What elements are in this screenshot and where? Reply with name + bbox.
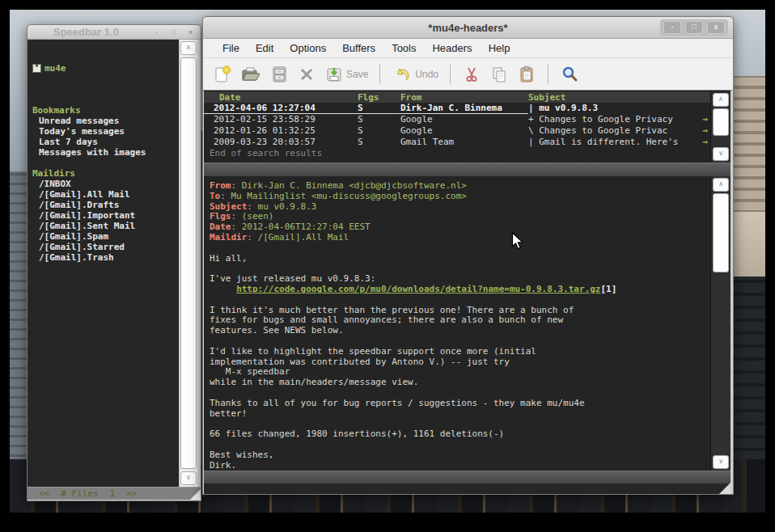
view-scrollbar-thumb[interactable]	[713, 193, 729, 272]
body-line: fixes for bugs and small annoyances; the…	[210, 315, 710, 325]
body-line: 66 files changed, 1980 insertions(+), 11…	[210, 429, 710, 439]
headers-modeline: U:%*-*mu4e-headers*All L1(mu4e-headers B…	[204, 163, 731, 176]
speedbar-item[interactable]: /[Gmail].Starred	[28, 242, 179, 252]
toolbar-separator	[548, 65, 548, 84]
undo-arrow-icon	[392, 65, 413, 84]
speedbar-titlebar[interactable]: Speedbar 1.0 - □ x	[28, 25, 201, 40]
body-line	[210, 418, 710, 429]
cell-flags: S	[358, 103, 400, 114]
window-resize-grip[interactable]	[719, 483, 731, 494]
speedbar-item[interactable]: /[Gmail].Sent Mail	[28, 221, 179, 231]
speedbar-resize-grip[interactable]	[190, 489, 201, 500]
headers-scrollbar-thumb[interactable]	[713, 108, 729, 136]
view-body-lines: Hi all, I've just released mu v0.9.8.3: …	[210, 243, 710, 471]
column-flags: Flgs	[358, 91, 400, 103]
menu-item-help[interactable]: Help	[481, 42, 519, 54]
column-subject: Subject	[528, 91, 710, 103]
view-header-line: Flgs: (seen)	[210, 211, 710, 222]
cell-from: Gmail Team	[400, 137, 528, 148]
speedbar-close-button[interactable]: x	[185, 27, 196, 36]
minimize-button[interactable]: -	[663, 21, 681, 34]
headers-rows: 2012-04-06 12:27:04SDirk-Jan C. Binnema|…	[204, 103, 710, 148]
scroll-down-icon[interactable]: ∨	[180, 471, 197, 485]
view-header-line: Subject: mu v0.9.8.3	[210, 201, 710, 212]
view-scrollbar[interactable]: ∧ ∨	[710, 176, 731, 471]
speedbar-item[interactable]: /[Gmail].Important	[28, 210, 179, 221]
maximize-button[interactable]: □	[685, 21, 703, 34]
search-button[interactable]	[560, 65, 579, 84]
view-header-line: From: Dirk-Jan C. Binnema <djcb@djcbsoft…	[210, 180, 710, 191]
cell-from: Google	[400, 114, 528, 125]
headers-scrollbar[interactable]: ∧ ∨	[710, 91, 731, 163]
speedbar-item[interactable]: /INBOX	[28, 179, 179, 189]
close-button[interactable]: x	[707, 21, 725, 34]
view-header-value: mu v0.9.8.3	[258, 201, 317, 212]
speedbar-item[interactable]: /[Gmail].Trash	[28, 252, 179, 263]
message-row[interactable]: 2012-02-15 23:58:29SGoogle+ Changes to G…	[204, 114, 710, 125]
subject-text: | Gmail is different. Here's	[528, 137, 678, 147]
headers-column-row: Date Flgs From Subject	[204, 91, 710, 103]
speedbar-scrollbar[interactable]: ∧ ∨	[179, 40, 197, 487]
message-row[interactable]: 2012-01-26 01:32:25SGoogle\ Changes to G…	[204, 125, 710, 137]
mouse-cursor	[511, 232, 525, 251]
body-line	[210, 263, 710, 273]
body-link[interactable]: http://code.google.com/p/mu0/downloads/d…	[236, 284, 600, 294]
desktop: Speedbar 1.0 - □ x * mu4e BookmarksUnrea…	[0, 0, 775, 532]
body-line: features. See NEWS below.	[210, 325, 710, 336]
menu-item-buffers[interactable]: Buffers	[334, 42, 383, 54]
cut-button[interactable]	[462, 65, 481, 84]
close-x-icon	[297, 65, 316, 84]
speedbar-item[interactable]: /[Gmail].Drafts	[28, 200, 179, 210]
save-button-label: Save	[346, 69, 368, 80]
paste-button[interactable]	[517, 65, 536, 84]
scroll-up-icon[interactable]: ∧	[180, 41, 197, 55]
speedbar-statusbar: << # Files 1 >>	[28, 487, 201, 500]
scroll-up-icon[interactable]: ∧	[713, 178, 729, 192]
scroll-up-icon[interactable]: ∧	[713, 93, 729, 107]
view-header-label: Subject	[210, 201, 247, 212]
emacs-titlebar[interactable]: *mu4e-headers* - □ x	[203, 17, 733, 39]
speedbar-files-button[interactable]: # Files	[61, 488, 98, 500]
save-button[interactable]: Save	[324, 65, 368, 84]
undo-button[interactable]: Undo	[392, 65, 438, 84]
body-line: Thanks to all of you for bug reports / s…	[210, 398, 710, 408]
speedbar-item[interactable]: Today's messages	[28, 126, 179, 137]
menu-item-tools[interactable]: Tools	[383, 42, 424, 54]
speedbar-item[interactable]: Unread messages	[28, 116, 179, 126]
scissors-icon	[462, 65, 481, 84]
message-row[interactable]: 2012-04-06 12:27:04SDirk-Jan C. Binnema|…	[204, 103, 710, 114]
speedbar-prev-button[interactable]: <<	[39, 488, 49, 500]
subject-text: | mu v0.9.8.3	[528, 103, 638, 114]
speedbar-tree: * mu4e BookmarksUnread messagesToday's m…	[28, 40, 179, 487]
cell-from: Google	[400, 125, 528, 137]
speedbar-item[interactable]: /[Gmail].All Mail	[28, 189, 179, 200]
menu-item-options[interactable]: Options	[282, 42, 334, 54]
view-header-value: (seen)	[242, 211, 274, 222]
close-buffer-button[interactable]	[297, 65, 316, 84]
dired-button[interactable]	[269, 65, 289, 84]
speedbar-item[interactable]: /[Gmail].Spam	[28, 231, 179, 242]
speedbar-scrollbar-thumb[interactable]	[180, 57, 197, 469]
message-row[interactable]: 2009-03-23 20:03:57SGmail Team| Gmail is…	[204, 137, 710, 148]
scroll-down-icon[interactable]: ∨	[713, 147, 729, 161]
speedbar-minimize-button[interactable]: -	[151, 27, 162, 36]
speedbar-next-button[interactable]: >>	[126, 488, 137, 500]
speedbar-root-item[interactable]: * mu4e	[28, 63, 179, 74]
speedbar-item[interactable]: Messages with images	[28, 147, 179, 158]
menu-item-headers[interactable]: Headers	[424, 42, 480, 54]
menu-item-file[interactable]: File	[214, 42, 248, 54]
copy-button[interactable]	[489, 65, 509, 84]
body-line: Dirk.	[210, 460, 710, 471]
speedbar-item[interactable]: Last 7 days	[28, 137, 179, 147]
speedbar-maximize-button[interactable]: □	[168, 27, 179, 36]
column-from: From	[400, 91, 528, 103]
open-file-button[interactable]	[240, 65, 261, 84]
menu-item-edit[interactable]: Edit	[248, 42, 282, 54]
new-file-button[interactable]	[213, 65, 232, 84]
cell-date: 2012-04-06 12:27:04	[204, 103, 358, 114]
expand-icon[interactable]: *	[32, 64, 41, 73]
cell-flags: S	[358, 125, 400, 137]
scroll-down-icon[interactable]: ∨	[713, 455, 729, 469]
view-header-value: Dirk-Jan C. Binnema <djcb@djcbsoftware.n…	[242, 180, 467, 191]
body-line: while in the main/headers/message view.	[210, 377, 710, 387]
